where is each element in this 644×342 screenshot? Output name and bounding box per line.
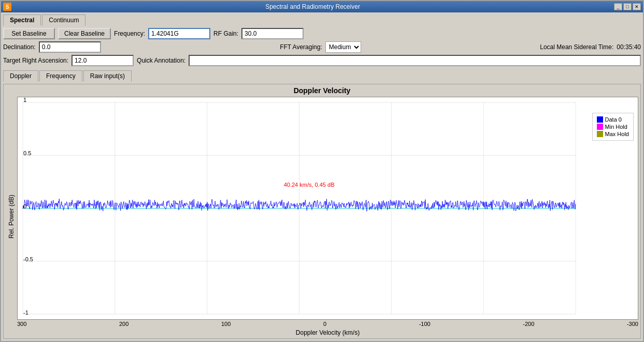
fft-averaging-label: FFT Averaging: xyxy=(280,43,322,51)
tab-doppler[interactable]: Doppler xyxy=(3,70,38,82)
window-title: Spectral and Radiometry Receiver xyxy=(11,3,614,10)
rf-gain-label: RF Gain: xyxy=(213,30,238,37)
inner-tab-bar: Doppler Frequency Raw input(s) xyxy=(3,70,641,82)
frequency-input[interactable] xyxy=(148,28,210,39)
quick-annotation-input[interactable] xyxy=(189,55,641,66)
y-axis-label: Rel. Power (dB) xyxy=(6,97,17,336)
chart-container: Doppler Velocity Rel. Power (dB) 40.24 k… xyxy=(3,84,641,339)
declination-input[interactable] xyxy=(39,41,101,53)
chart-area: Rel. Power (dB) 40.24 km/s, 0.45 dB Data… xyxy=(6,97,638,336)
chart-annotation: 40.24 km/s, 0.45 dB xyxy=(284,182,335,188)
chart-plot-area: 40.24 km/s, 0.45 dB Data 0 Min Hold xyxy=(17,97,638,336)
toolbar-row-1: Set Baseline Clear Baseline Frequency: R… xyxy=(3,28,641,39)
tab-frequency[interactable]: Frequency xyxy=(39,70,82,82)
tab-spectral[interactable]: Spectral xyxy=(3,14,41,26)
legend-color-data0 xyxy=(597,116,603,123)
tab-raw-inputs[interactable]: Raw input(s) xyxy=(83,70,132,82)
app-icon: S xyxy=(3,3,11,11)
maximize-button[interactable]: □ xyxy=(623,3,632,10)
target-ra-label: Target Right Ascension: xyxy=(3,57,68,64)
toolbar-row-3: Target Right Ascension: Quick Annotation… xyxy=(3,55,641,66)
toolbar-row-2: Declination: FFT Averaging: Low Medium H… xyxy=(3,41,641,53)
minimize-button[interactable]: _ xyxy=(614,3,622,10)
legend-label-minhold: Min Hold xyxy=(605,124,627,130)
chart-legend: Data 0 Min Hold Max Hold xyxy=(592,113,634,141)
plot-canvas[interactable]: 40.24 km/s, 0.45 dB Data 0 Min Hold xyxy=(17,97,638,320)
legend-item-maxhold: Max Hold xyxy=(597,131,629,137)
legend-item-data0: Data 0 xyxy=(597,116,629,123)
rf-gain-input[interactable] xyxy=(241,28,304,39)
tab-continuum[interactable]: Continuum xyxy=(42,14,85,26)
y-axis-ticks: 1 0.5 0 -0.5 -1 xyxy=(21,97,35,316)
local-mean-sidereal-time-value: 00:35:40 xyxy=(617,43,641,51)
title-bar: S Spectral and Radiometry Receiver _ □ ✕ xyxy=(1,1,643,12)
legend-color-maxhold xyxy=(597,131,603,137)
declination-label: Declination: xyxy=(3,43,36,51)
chart-title: Doppler Velocity xyxy=(6,86,638,95)
local-mean-sidereal-time-label: Local Mean Sidereal Time: xyxy=(540,43,613,51)
window-controls: _ □ ✕ xyxy=(614,3,641,10)
frequency-label: Frequency: xyxy=(114,30,145,37)
close-button[interactable]: ✕ xyxy=(633,3,641,10)
target-ra-input[interactable] xyxy=(71,55,134,66)
main-window: S Spectral and Radiometry Receiver _ □ ✕… xyxy=(0,0,644,342)
legend-label-data0: Data 0 xyxy=(605,116,622,123)
legend-item-minhold: Min Hold xyxy=(597,124,629,130)
outer-tab-bar: Spectral Continuum xyxy=(3,14,641,26)
fft-averaging-select[interactable]: Low Medium High xyxy=(325,41,361,53)
x-axis-ticks: 300 200 100 0 -100 -200 -300 xyxy=(17,320,638,327)
main-content: Spectral Continuum Set Baseline Clear Ba… xyxy=(1,12,643,341)
x-axis-label: Doppler Velocity (km/s) xyxy=(17,329,638,336)
legend-label-maxhold: Max Hold xyxy=(605,131,629,137)
legend-color-minhold xyxy=(597,124,603,130)
quick-annotation-label: Quick Annotation: xyxy=(137,57,185,64)
set-baseline-button[interactable]: Set Baseline xyxy=(3,28,55,39)
clear-baseline-button[interactable]: Clear Baseline xyxy=(58,28,111,39)
